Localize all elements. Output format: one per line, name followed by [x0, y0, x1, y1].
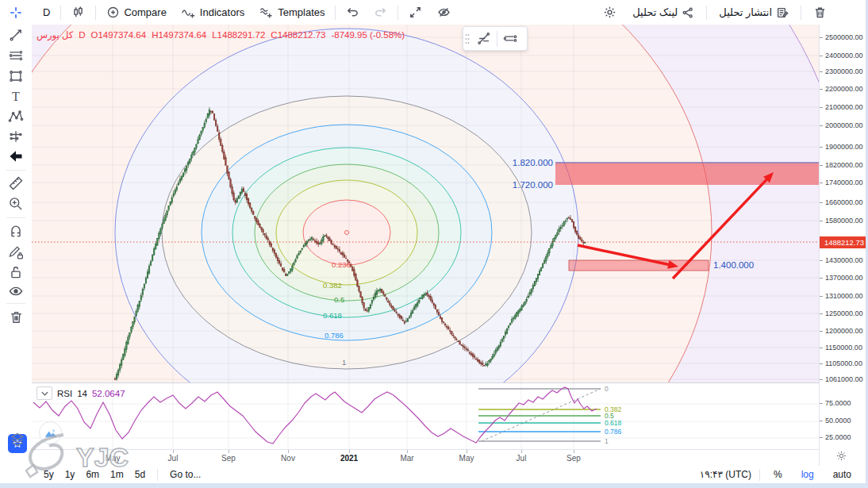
trash-icon	[9, 309, 24, 325]
resistance-bottom-label[interactable]: 1.720.000	[494, 180, 553, 190]
parallel-channel-button[interactable]	[497, 28, 523, 49]
rsi-fib-label: 1	[605, 437, 609, 445]
lock-icon	[8, 264, 24, 280]
hide-drawings-button[interactable]	[430, 3, 458, 22]
candles-icon	[71, 6, 85, 19]
divider	[6, 217, 25, 218]
fib-circle-label: 1	[342, 358, 346, 367]
resistance-top-label[interactable]: 1.820.000	[494, 158, 553, 167]
forecast-icon	[8, 129, 24, 144]
compare-button[interactable]: Compare	[100, 3, 172, 22]
divider	[95, 6, 96, 20]
shapes-tool[interactable]	[6, 67, 25, 86]
chart-settings-button[interactable]	[597, 3, 623, 22]
measure-tool[interactable]	[6, 174, 25, 193]
price-tick: 50.0000	[820, 417, 851, 425]
rsi-title[interactable]: RSI	[57, 389, 72, 398]
pattern-tool[interactable]	[6, 107, 25, 126]
fullscreen-button[interactable]	[402, 3, 428, 22]
indicators-label: Indicators	[200, 6, 244, 18]
price-tick: 1061000.00	[820, 375, 863, 383]
time-tick	[467, 450, 467, 453]
text-tool-icon: T	[12, 90, 20, 104]
rsi-collapse-button[interactable]	[36, 386, 52, 400]
price-tick: 1150000.00	[820, 344, 862, 352]
publish-idea-badge[interactable]	[39, 421, 62, 444]
redo-icon	[374, 6, 387, 19]
text-tool[interactable]: T	[6, 87, 25, 106]
floating-drawing-toolbar	[463, 26, 528, 51]
drag-dots-icon	[465, 33, 470, 44]
templates-button[interactable]: Templates	[252, 3, 331, 22]
support-level-label[interactable]: 1.400.000	[713, 260, 754, 270]
price-tick: 1105000.00	[820, 359, 862, 367]
fib-retracement-button[interactable]	[471, 28, 497, 49]
resistance-zone[interactable]	[555, 163, 819, 185]
fullscreen-icon	[409, 6, 422, 19]
object-tree-button[interactable]	[8, 430, 27, 449]
hide-all-button[interactable]	[6, 282, 25, 301]
arrow-left-icon	[8, 148, 24, 164]
drawing-mode-button[interactable]	[6, 243, 25, 262]
delete-all-drawings-button[interactable]	[807, 3, 833, 22]
redo-button[interactable]	[367, 3, 394, 22]
magnet-icon	[8, 223, 24, 239]
price-tick: 2000000.00	[820, 121, 863, 129]
divider	[801, 6, 801, 20]
range-6m-button[interactable]: 6m	[80, 469, 105, 480]
arrow-marker-tool[interactable]	[6, 147, 25, 166]
top-toolbar: D Compare Indicators Templates	[0, 0, 868, 25]
divider	[335, 6, 336, 20]
remove-drawings-button[interactable]	[6, 307, 25, 326]
magnet-mode-button[interactable]	[6, 221, 25, 240]
range-buttons: 5y 1y 6m 1m 5d Go to...	[32, 469, 206, 481]
chart-style-button[interactable]	[65, 3, 91, 22]
legend-close: C1488212.73	[271, 30, 325, 40]
fib-circle-label: 0.382	[323, 281, 342, 290]
time-label: 2021	[340, 454, 358, 463]
main-chart-pane[interactable]: 0.2360.3820.50.6180.7861	[32, 25, 819, 382]
undo-button[interactable]	[340, 3, 366, 22]
templates-label: Templates	[278, 6, 325, 18]
price-tick: 1250000.00	[820, 309, 863, 317]
forecast-tool[interactable]	[6, 127, 25, 146]
rsi-pane[interactable]: 00.3820.50.6180.7861	[32, 382, 819, 450]
range-5y-button[interactable]: 5y	[38, 469, 60, 480]
gann-lines-tool[interactable]	[6, 46, 25, 65]
symbol-legend: کل بورس D O1497374.64 H1497374.64 L14882…	[36, 29, 405, 40]
interval-label: D	[43, 6, 50, 18]
indicators-button[interactable]: Indicators	[175, 3, 251, 22]
fib-circle-label: 0.618	[323, 311, 342, 320]
auto-scale-button[interactable]: auto	[828, 469, 857, 480]
crosshair-tool-button[interactable]	[0, 0, 32, 25]
publish-analysis-button[interactable]: انتشار تحلیل	[712, 3, 795, 22]
interval-button[interactable]: D	[36, 3, 56, 22]
sun-icon	[835, 450, 847, 462]
lock-drawings-button[interactable]	[6, 263, 25, 282]
trend-line-tool[interactable]	[6, 25, 25, 44]
range-1y-button[interactable]: 1y	[60, 469, 81, 480]
price-axis[interactable]: 1488212.73 2500000.002400000.002300000.0…	[819, 25, 868, 466]
price-tick: 1370000.00	[820, 274, 863, 282]
time-axis[interactable]: MayJulSepNov2021MarMayJulSep	[32, 449, 819, 467]
range-5d-button[interactable]: 5d	[129, 469, 151, 480]
rsi-axis-settings[interactable]	[835, 450, 847, 465]
legend-high: H1497374.64	[152, 30, 206, 40]
drag-handle[interactable]	[463, 28, 471, 49]
range-1m-button[interactable]: 1m	[105, 469, 129, 480]
log-scale-button[interactable]: log	[796, 469, 820, 480]
zoom-in-icon	[8, 196, 24, 212]
time-tick	[349, 450, 350, 453]
analysis-link-button[interactable]: لینک تحلیل	[626, 3, 701, 22]
goto-button[interactable]: Go to...	[164, 469, 206, 480]
time-label: May	[106, 454, 121, 463]
clock-label[interactable]: ۱۹:۴۳ (UTC)	[700, 469, 751, 480]
time-label: May	[459, 454, 474, 463]
zoom-in-tool[interactable]	[6, 194, 25, 213]
legend-symbol[interactable]: کل بورس	[36, 29, 73, 40]
price-tick: 25.0000	[820, 433, 851, 441]
bottom-toolbar: 5y 1y 6m 1m 5d Go to... ۱۹:۴۳ (UTC) % lo…	[32, 466, 868, 483]
percent-scale-button[interactable]: %	[768, 469, 788, 480]
divider	[60, 6, 61, 20]
time-label: Sep	[221, 454, 236, 463]
